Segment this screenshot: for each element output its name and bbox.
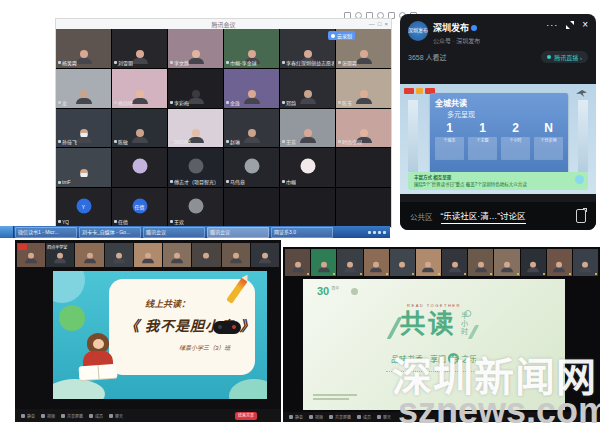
participant-tile[interactable]: 李彩梅 bbox=[168, 69, 223, 108]
video-thumbnail[interactable] bbox=[416, 249, 441, 276]
participant-tile[interactable]: 孙佳飞 bbox=[56, 109, 111, 148]
video-thumbnail[interactable] bbox=[105, 243, 133, 267]
anniversary-number: 30 bbox=[317, 286, 329, 297]
cloud-recording-badge[interactable]: 云录制 bbox=[328, 31, 355, 40]
minimize-button[interactable]: — bbox=[369, 20, 375, 28]
participant-tile[interactable]: 马伟章 bbox=[224, 148, 279, 187]
video-thumbnail[interactable] bbox=[285, 249, 310, 276]
name-text: 时尚空间 bbox=[342, 138, 362, 145]
participant-tile[interactable] bbox=[224, 188, 279, 227]
video-thumbnail[interactable] bbox=[163, 243, 191, 267]
participant-tile[interactable]: 陈玉 bbox=[336, 69, 391, 108]
成员-icon[interactable] bbox=[89, 414, 93, 418]
video-thumbnail[interactable] bbox=[75, 243, 103, 267]
end-share-button[interactable]: 结束共享 bbox=[235, 412, 257, 420]
caption-line1: 丰富方式 相互呈现 bbox=[414, 174, 582, 180]
共享屏幕-icon[interactable] bbox=[61, 414, 65, 418]
participant-tile[interactable]: 金珠 bbox=[224, 69, 279, 108]
participant-tile[interactable] bbox=[336, 188, 391, 227]
video-thumbnail[interactable] bbox=[251, 243, 279, 267]
participant-tile[interactable]: 任倩任倩 bbox=[112, 188, 167, 227]
taskbar-item[interactable]: 网证系3.0 bbox=[271, 227, 333, 238]
live-badge[interactable]: 腾讯直播 › bbox=[541, 51, 588, 63]
成员-icon[interactable] bbox=[357, 415, 361, 419]
video-thumbnail[interactable]: 四点半学堂 bbox=[46, 243, 74, 267]
静音-icon[interactable] bbox=[289, 415, 293, 419]
视频-icon[interactable] bbox=[309, 415, 313, 419]
participant-tile[interactable]: 龙 bbox=[56, 69, 111, 108]
video-thumbnail[interactable] bbox=[468, 249, 493, 276]
共享屏幕-icon[interactable] bbox=[329, 415, 333, 419]
close-icon[interactable]: × bbox=[582, 21, 588, 29]
shoulders bbox=[230, 259, 242, 264]
video-thumbnail[interactable] bbox=[547, 249, 572, 276]
live-video-area[interactable]: 全城共读 多元呈现 1个城市1个主题2个小时N个分会场 丰富方式 相互呈现 围绕… bbox=[400, 84, 596, 194]
rotate-phone-icon[interactable] bbox=[576, 209, 586, 223]
participant-tile[interactable]: 366366 bbox=[168, 109, 223, 148]
静音-icon[interactable] bbox=[21, 414, 25, 418]
video-thumbnail[interactable] bbox=[337, 249, 362, 276]
视频-icon[interactable] bbox=[41, 414, 45, 418]
system-tray[interactable] bbox=[368, 231, 390, 234]
face-silhouette bbox=[200, 253, 212, 264]
video-thumbnail[interactable] bbox=[222, 243, 250, 267]
participant-tile[interactable]: 傅志才（项目智光） bbox=[168, 148, 223, 187]
participant-tile[interactable]: YYQ bbox=[56, 188, 111, 227]
close-button[interactable]: × bbox=[384, 20, 388, 28]
shoulders bbox=[76, 98, 92, 104]
participant-name: 赵琳 bbox=[226, 138, 240, 145]
video-thumbnail[interactable] bbox=[17, 243, 45, 267]
participant-tile[interactable] bbox=[280, 188, 335, 227]
video-thumbnail[interactable] bbox=[311, 249, 336, 276]
taskbar-item[interactable]: 刘卡卡_自媒体 - Go... bbox=[79, 227, 141, 238]
mic-icon bbox=[282, 61, 285, 64]
taskbar-item[interactable]: 腾讯会议 bbox=[207, 227, 269, 238]
participant-tile[interactable] bbox=[336, 148, 391, 187]
live-stream-panel: 深圳发布 深圳发布 公众号 · 深圳发布 ··· × 3658 人看过 腾讯直播… bbox=[400, 14, 596, 230]
participant-tile[interactable]: 邓韵 bbox=[280, 69, 335, 108]
participant-tile[interactable]: tmF bbox=[56, 148, 111, 187]
head bbox=[136, 90, 144, 98]
face-silhouette bbox=[475, 262, 487, 273]
video-thumbnail[interactable] bbox=[573, 249, 598, 276]
start-button[interactable] bbox=[0, 226, 14, 238]
discussion-topic-tab[interactable]: “乐读社区·清…”讨论区 bbox=[441, 209, 526, 224]
participant-tile[interactable] bbox=[112, 148, 167, 187]
video-thumbnail[interactable] bbox=[134, 243, 162, 267]
name-text: 孙佳飞 bbox=[62, 138, 77, 145]
participant-tile[interactable]: 陈敏 bbox=[112, 109, 167, 148]
participant-tile[interactable]: 王欢 bbox=[168, 188, 223, 227]
mic-icon bbox=[282, 101, 285, 104]
video-thumbnail[interactable] bbox=[442, 249, 467, 276]
video-thumbnail[interactable] bbox=[390, 249, 415, 276]
participant-tile[interactable]: 王芳 bbox=[280, 109, 335, 148]
video-thumbnail[interactable] bbox=[192, 243, 220, 267]
name-text: 李彩梅 bbox=[174, 99, 189, 106]
video-thumbnail[interactable] bbox=[364, 249, 389, 276]
expand-icon[interactable] bbox=[566, 21, 574, 29]
聊天-icon[interactable] bbox=[377, 415, 381, 419]
participant-tile[interactable]: 刘雪丽 bbox=[112, 29, 167, 68]
participant-tile[interactable]: 赵琳 bbox=[224, 109, 279, 148]
shoulders bbox=[132, 137, 148, 143]
shoulders bbox=[300, 137, 316, 143]
maximize-button[interactable]: □ bbox=[378, 20, 382, 28]
participant-tile[interactable]: 巾帼 bbox=[280, 148, 335, 187]
taskbar-item[interactable]: 腾讯会议 bbox=[143, 227, 205, 238]
participant-tile[interactable]: 李春红深圳创益志愿者协会 bbox=[280, 29, 335, 68]
participant-tile[interactable]: 时尚空间 bbox=[336, 109, 391, 148]
participant-tile[interactable]: 杨笑霞 bbox=[56, 29, 111, 68]
video-thumbnail[interactable] bbox=[494, 249, 519, 276]
video-thumbnail[interactable] bbox=[521, 249, 546, 276]
name-text: 王欢 bbox=[174, 218, 184, 225]
more-icon[interactable]: ··· bbox=[546, 22, 558, 28]
participant-name: 杨笑霞 bbox=[58, 59, 77, 66]
avatar[interactable]: 深圳发布 bbox=[408, 21, 428, 41]
participant-tile[interactable]: 李文静 bbox=[168, 29, 223, 68]
subtitle-mark: 读 bbox=[448, 353, 459, 364]
participant-tile[interactable]: 巾帼-李金球 bbox=[224, 29, 279, 68]
聊天-icon[interactable] bbox=[109, 414, 113, 418]
participant-tile[interactable]: 杨绮晴 bbox=[112, 69, 167, 108]
taskbar-item[interactable]: 微信读书1 - Micr... bbox=[15, 227, 77, 238]
participant-name: 王欢 bbox=[170, 218, 184, 225]
